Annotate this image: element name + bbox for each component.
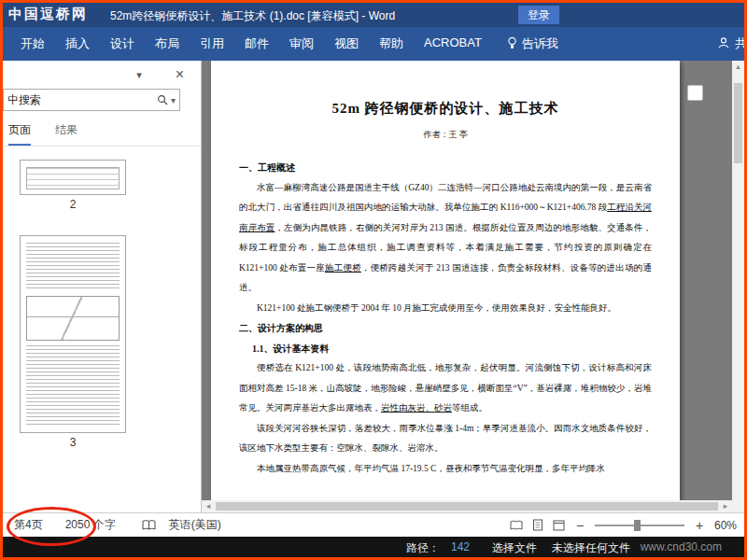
choose-file-button[interactable]: 选择文件 (492, 540, 537, 556)
document-title: 52m 跨径钢便桥的设计、施工技术 (239, 100, 652, 118)
document-blocks: 一、工程概述水富—麻柳湾高速公路是国道主干线（GZ40）二连浩特—河口公路地处云… (239, 158, 652, 479)
site-brand-watermark: 中国逗桥网 (8, 6, 88, 23)
thumbnail-figure (26, 296, 120, 341)
doc-paragraph: 该段关河河谷狭长深切，落差较大，雨季水位暴涨 1-4m；旱季河道基流小。因而水文… (239, 419, 652, 459)
navigation-pane: ▾ × ▾ 页面 结果 2 (3, 61, 202, 512)
close-icon[interactable]: × (176, 67, 184, 82)
title-bar: 中国逗桥网 52m跨径钢便桥设计、施工技术 (1).doc [兼容模式] - W… (3, 3, 744, 27)
status-bar: 第4页 2050 个字 英语(美国) − + 60% (3, 512, 744, 537)
scroll-up-icon[interactable]: ▴ (732, 61, 744, 73)
doc-paragraph: K121+100 处施工钢便桥于 2004 年 10 月施工完成使用至今，使用效… (239, 299, 652, 319)
doc-paragraph: 本地属亚热带高原气候，年平均气温 17-19.5 C，昼夜和季节气温变化明显，多… (239, 459, 652, 480)
tell-me-label: 告诉我 (522, 35, 558, 52)
doc-heading: 1.1、设计基本资料 (239, 339, 652, 359)
thumbnail-label: 2 (20, 195, 126, 211)
doc-paragraph: 便桥选在 K121+100 处，该段地势南高北低，地形复杂，起伏明显。河流侧蚀下… (239, 358, 652, 419)
search-icon[interactable] (154, 94, 171, 105)
horizontal-scrollbar[interactable]: ◂ ▸ (202, 500, 732, 512)
ribbon-tab-view[interactable]: 视图 (324, 35, 369, 52)
doc-heading: 一、工程概述 (239, 158, 652, 178)
ribbon-tab-mailings[interactable]: 邮件 (234, 35, 279, 52)
document-widget (687, 85, 703, 101)
footer-bar: 路径： 142 选择文件 未选择任何文件 www.cnd30.com (3, 537, 744, 557)
thumbnail-text-lines (26, 345, 120, 426)
page-thumbnails: 2 3 (3, 147, 201, 449)
search-input[interactable] (4, 93, 154, 106)
zoom-slider[interactable] (595, 525, 684, 526)
share-button[interactable]: 共享 (717, 35, 744, 52)
ribbon-tab-review[interactable]: 审阅 (279, 35, 324, 52)
document-page[interactable]: 52m 跨径钢便桥的设计、施工技术 作者：王 亭 一、工程概述水富—麻柳湾高速公… (211, 61, 680, 501)
nav-tab-pages[interactable]: 页面 (8, 122, 31, 146)
ribbon-tab-home[interactable]: 开始 (10, 35, 55, 52)
nav-tab-results[interactable]: 结果 (55, 122, 78, 146)
ribbon-tab-layout[interactable]: 布局 (145, 35, 190, 52)
proofing-icon[interactable] (142, 520, 156, 531)
tell-me-button[interactable]: 告诉我 (507, 35, 558, 52)
search-dropdown-icon[interactable]: ▾ (171, 95, 179, 105)
ribbon-tab-help[interactable]: 帮助 (369, 35, 414, 52)
word-count[interactable]: 2050 个字 (65, 517, 116, 533)
zoom-in-button[interactable]: + (694, 518, 705, 533)
ribbon-tabs: 开始插入设计布局引用邮件审阅视图帮助ACROBAT (10, 35, 492, 52)
scrollbar-corner (732, 500, 744, 512)
navigation-tabs: 页面 结果 (3, 111, 201, 147)
site-watermark: www.cnd30.com (641, 540, 722, 553)
page-indicator[interactable]: 第4页 (14, 517, 43, 533)
zoom-slider-thumb[interactable] (634, 520, 641, 531)
ribbon-tab-bar: 开始插入设计布局引用邮件审阅视图帮助ACROBAT 告诉我 共享 (3, 27, 744, 61)
ribbon-tab-references[interactable]: 引用 (190, 35, 234, 52)
status-bar-right: − + 60% (510, 518, 739, 533)
search-box[interactable]: ▾ (3, 89, 180, 111)
path-value[interactable]: 142 (451, 540, 470, 553)
page-thumbnail-2[interactable] (20, 160, 126, 195)
print-layout-icon[interactable] (532, 519, 543, 531)
lightbulb-icon (507, 36, 517, 52)
ribbon-tab-insert[interactable]: 插入 (55, 35, 100, 52)
language-indicator[interactable]: 英语(美国) (169, 517, 221, 533)
main-region: ▾ × ▾ 页面 结果 2 (3, 61, 744, 512)
ribbon-tab-design[interactable]: 设计 (100, 35, 145, 52)
window-title: 52m跨径钢便桥设计、施工技术 (1).doc [兼容模式] - Word (110, 8, 395, 24)
thumbnail-text-lines (26, 243, 120, 291)
thumbnail-label: 3 (20, 433, 126, 449)
chevron-down-icon[interactable]: ▾ (136, 69, 142, 81)
zoom-level[interactable]: 60% (714, 519, 737, 532)
ribbon-tab-acrobat[interactable]: ACROBAT (414, 35, 492, 52)
vertical-scrollbar[interactable]: ▴ (732, 61, 744, 500)
file-status: 未选择任何文件 (552, 540, 630, 556)
doc-heading: 二、设计方案的构思 (239, 318, 652, 339)
scroll-right-icon[interactable]: ▸ (719, 500, 732, 512)
scroll-left-icon[interactable]: ◂ (202, 500, 215, 512)
thumbnail-figure (26, 167, 120, 189)
horizontal-scroll-thumb[interactable] (216, 502, 718, 511)
document-author: 作者：王 亭 (239, 129, 652, 141)
path-label: 路径： (406, 540, 440, 556)
application-window: 中国逗桥网 52m跨径钢便桥设计、施工技术 (1).doc [兼容模式] - W… (0, 0, 747, 560)
navigation-pane-header: ▾ × (3, 61, 201, 89)
login-button[interactable]: 登录 (518, 6, 559, 24)
doc-paragraph: 水富—麻柳湾高速公路是国道主干线（GZ40）二连浩特—河口公路地处云南境内的第一… (239, 178, 652, 299)
read-mode-icon[interactable] (510, 520, 523, 531)
person-icon (717, 36, 730, 52)
page-thumbnail-3[interactable] (20, 235, 126, 433)
vertical-scroll-thumb[interactable] (734, 83, 742, 163)
zoom-out-button[interactable]: − (574, 518, 585, 533)
web-layout-icon[interactable] (553, 520, 565, 531)
document-area: 52m 跨径钢便桥的设计、施工技术 作者：王 亭 一、工程概述水富—麻柳湾高速公… (202, 61, 744, 512)
share-label: 共享 (735, 35, 744, 52)
